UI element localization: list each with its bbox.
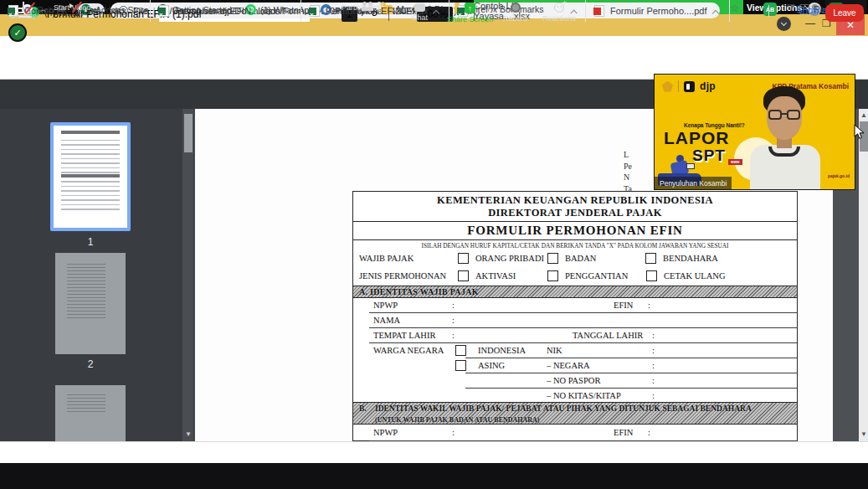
no-paspor-row: – NO PASPOR : xyxy=(353,373,797,389)
jenis-permohonan-row: JENIS PERMOHONAN AKTIVASI PENGGANTIAN CE… xyxy=(353,268,797,286)
sidebar-scrollbar-thumb[interactable] xyxy=(184,114,193,152)
form-title: FORMULIR PERMOHONAN EFIN xyxy=(353,222,797,240)
pdf-thumbnail-sidebar: 1 2 ▼ xyxy=(0,109,194,441)
downloads-bar xyxy=(0,441,868,463)
form-header-ministry: KEMENTERIAN KEUANGAN REPUBLIK INDONESIA xyxy=(353,192,797,207)
checkbox-asing[interactable] xyxy=(455,360,466,371)
npwp-efin-row: NPWP : EFIN : xyxy=(353,298,797,313)
checkbox-cetak-ulang[interactable] xyxy=(646,270,657,281)
zoom-screen-share: You are viewing Penyuluhan Kosambi's scr… xyxy=(0,0,868,489)
chat-button[interactable]: Chat xyxy=(412,2,428,22)
leave-button[interactable]: Leave xyxy=(825,4,864,22)
scroll-down-icon[interactable]: ▼ xyxy=(185,430,192,438)
chat-icon xyxy=(414,3,425,12)
share-screen-button[interactable]: ↑ Share Screen xyxy=(447,2,493,23)
djp-logo-text: djp xyxy=(700,80,716,92)
participants-button[interactable]: 31 Participants xyxy=(342,2,381,12)
poster-tagline: Kenapa Tunggu Nanti!? xyxy=(684,122,745,128)
webcam-video-overlay[interactable]: djp KPP Pratama Kosambi Kenapa Tunggu Na… xyxy=(654,74,855,190)
checkbox-penggantian[interactable] xyxy=(547,270,558,281)
download-menu-icon[interactable] xyxy=(131,10,138,17)
download-menu-icon[interactable] xyxy=(282,10,289,17)
sidebar-scrollbar[interactable] xyxy=(182,109,193,441)
djp-logo-icon xyxy=(684,81,695,92)
download-item[interactable]: Formulir Permoho....pdf xyxy=(586,0,730,22)
share-screen-icon: ↑ xyxy=(465,3,475,13)
microphone-muted-icon xyxy=(23,2,24,10)
nama-row: NAMA : xyxy=(353,313,797,328)
scroll-down-icon[interactable]: ▼ xyxy=(860,430,867,438)
presenter-person xyxy=(743,86,824,190)
xlsx-file-icon xyxy=(159,5,169,17)
checkbox-orang-pribadi[interactable] xyxy=(458,253,469,264)
page-thumbnail-1[interactable] xyxy=(50,122,131,231)
glasses xyxy=(768,110,800,120)
page-margin-text: L Pe N Ta xyxy=(624,149,632,194)
extensions-puzzle-icon[interactable]: ⧩ xyxy=(787,3,795,13)
section-a-header: A. IDENTITAS WAJIB PAJAK xyxy=(353,286,797,298)
headphones xyxy=(768,147,800,157)
kemenkeu-logo xyxy=(662,81,673,92)
scroll-up-icon[interactable]: ▲ xyxy=(860,111,867,119)
checkbox-bendahara[interactable] xyxy=(645,253,656,264)
form-instruction: ISILAH DENGAN HURUF KAPITAL/CETAK DAN BE… xyxy=(353,240,797,250)
window-extra-button[interactable] xyxy=(777,17,791,31)
zoom-control-bar xyxy=(0,463,868,489)
download-menu-icon[interactable] xyxy=(711,10,718,17)
wajib-pajak-row: WAJIB PAJAK ORANG PRIBADI BADAN BENDAHAR… xyxy=(353,250,797,268)
adblock-extension-icon[interactable]: AB xyxy=(763,3,777,16)
unmute-button[interactable]: Unmute xyxy=(10,2,37,20)
reactions-button[interactable]: Reactions xyxy=(542,2,576,23)
record-icon xyxy=(511,3,521,13)
page-thumbnail-2[interactable] xyxy=(55,253,126,354)
pdf-file-icon xyxy=(594,5,604,17)
thumbnail-page-number: 1 xyxy=(50,236,131,248)
checkbox-indonesia[interactable] xyxy=(455,345,466,356)
poster-www-tag: www xyxy=(728,159,742,165)
thumbnail-page-number: 2 xyxy=(50,358,131,370)
no-kitas-row: – NO KITAS/KITAP : xyxy=(353,389,797,402)
security-shield-badge: ✓ xyxy=(8,23,27,42)
npwp-efin-row-b: NPWP : EFIN : xyxy=(353,425,797,441)
mouse-cursor xyxy=(854,125,865,140)
participants-options-icon[interactable]: ︿ xyxy=(392,5,398,14)
download-item[interactable]: Permohonan EFIN....xlsx xyxy=(151,0,301,22)
mic-options-icon[interactable]: ︿ xyxy=(40,5,47,14)
website-label: pajak.go.id xyxy=(828,173,850,178)
poster-text-lapor: LAPOR xyxy=(664,128,730,148)
form-header-directorate: DIREKTORAT JENDERAL PAJAK xyxy=(353,207,797,222)
download-menu-icon[interactable] xyxy=(433,10,439,17)
section-b-header: B. IDENTITAS WAKIL WAJIB PAJAK/ PEJABAT … xyxy=(353,402,797,425)
participants-count: 31 xyxy=(378,0,385,8)
start-video-button[interactable]: Start Video xyxy=(54,2,90,12)
checkbox-aktivasi[interactable] xyxy=(458,270,469,281)
efin-form: KEMENTERIAN KEUANGAN REPUBLIK INDONESIA … xyxy=(352,191,798,441)
page-thumbnail-3[interactable] xyxy=(55,385,126,441)
minimize-button[interactable]: — xyxy=(805,18,815,29)
tempat-tanggal-lahir-row: TEMPAT LAHIR : TANGGAL LAHIR : xyxy=(353,328,797,343)
asing-negara-row: ASING – NEGARA : xyxy=(353,358,797,373)
bookmark-star-icon[interactable]: ☆ xyxy=(730,3,739,14)
video-options-icon[interactable]: ︿ xyxy=(95,5,101,14)
pdf-scrollbar[interactable] xyxy=(859,109,868,441)
participant-name-tag: Penyuluhan Kosambi xyxy=(655,177,732,189)
checkbox-badan[interactable] xyxy=(547,253,558,264)
browser-toolbar xyxy=(0,36,868,57)
xlsx-file-icon xyxy=(310,5,320,17)
warga-negara-row: WARGA NEGARA INDONESIA NIK : xyxy=(353,343,797,358)
reactions-icon xyxy=(554,3,564,13)
record-button[interactable]: Record xyxy=(503,2,527,23)
